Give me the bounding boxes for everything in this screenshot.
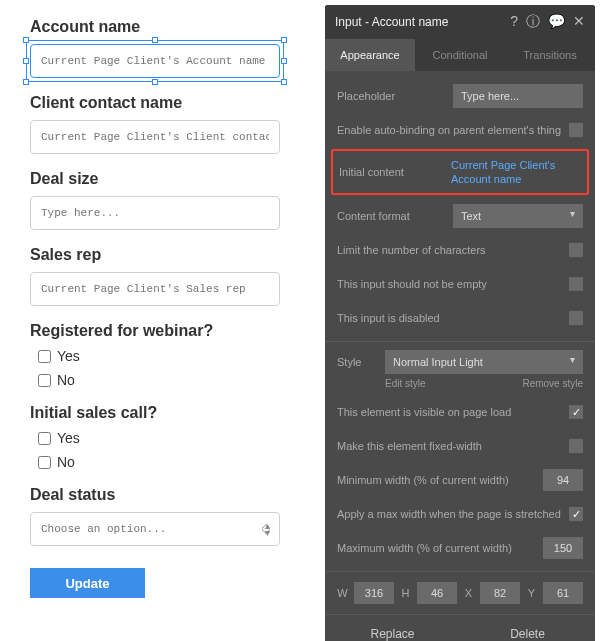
label-client-contact: Client contact name — [30, 94, 300, 112]
checkbox-fixed-width[interactable] — [569, 439, 583, 453]
prop-fixed-width: Make this element fixed-width — [337, 431, 583, 461]
select-deal-status[interactable] — [30, 512, 280, 546]
field-sales-call: Initial sales call? Yes No — [30, 404, 300, 470]
tab-appearance[interactable]: Appearance — [325, 39, 415, 71]
label-account-name: Account name — [30, 18, 300, 36]
input-max-width[interactable] — [543, 537, 583, 559]
input-sales-rep[interactable] — [30, 272, 280, 306]
field-account-name: Account name — [30, 18, 300, 78]
replace-button[interactable]: Replace — [325, 615, 460, 641]
prop-min-width: Minimum width (% of current width) — [337, 465, 583, 495]
label-deal-status: Deal status — [30, 486, 300, 504]
panel-title: Input - Account name — [335, 15, 448, 29]
panel-footer: Replace Delete — [325, 614, 595, 641]
input-client-contact[interactable] — [30, 120, 280, 154]
field-webinar: Registered for webinar? Yes No — [30, 322, 300, 388]
prop-max-apply: Apply a max width when the page is stret… — [337, 499, 583, 529]
checkbox-webinar-yes[interactable]: Yes — [38, 348, 300, 364]
input-h[interactable] — [417, 582, 457, 604]
input-prop-placeholder[interactable] — [453, 84, 583, 108]
prop-disabled: This input is disabled — [337, 303, 583, 333]
property-panel: Input - Account name ? ⓘ 💬 ✕ Appearance … — [325, 5, 595, 641]
checkbox-autobind[interactable] — [569, 123, 583, 137]
close-icon[interactable]: ✕ — [573, 13, 585, 31]
checkbox-call-yes[interactable]: Yes — [38, 430, 300, 446]
select-style[interactable] — [385, 350, 583, 374]
checkbox-limit-chars[interactable] — [569, 243, 583, 257]
checkbox-visible[interactable] — [569, 405, 583, 419]
prop-visible: This element is visible on page load — [337, 397, 583, 427]
link-remove-style[interactable]: Remove style — [522, 378, 583, 389]
label-sales-call: Initial sales call? — [30, 404, 300, 422]
prop-max-width: Maximum width (% of current width) — [337, 533, 583, 563]
label-deal-size: Deal size — [30, 170, 300, 188]
coords-row: W H X Y — [337, 582, 583, 604]
panel-header[interactable]: Input - Account name ? ⓘ 💬 ✕ — [325, 5, 595, 39]
input-account-name[interactable] — [30, 44, 280, 78]
form-builder-canvas: Account name Client contact name Deal si… — [30, 18, 300, 598]
label-sales-rep: Sales rep — [30, 246, 300, 264]
prop-initial-content-highlighted: Initial content Current Page Client's Ac… — [331, 149, 589, 195]
checkbox-not-empty[interactable] — [569, 277, 583, 291]
checkbox-max-apply[interactable] — [569, 507, 583, 521]
select-content-format[interactable] — [453, 204, 583, 228]
update-button[interactable]: Update — [30, 568, 145, 598]
prop-not-empty: This input should not be empty — [337, 269, 583, 299]
delete-button[interactable]: Delete — [460, 615, 595, 641]
input-x[interactable] — [480, 582, 520, 604]
checkbox-webinar-no[interactable]: No — [38, 372, 300, 388]
prop-autobind: Enable auto-binding on parent element's … — [337, 115, 583, 145]
link-initial-content[interactable]: Current Page Client's Account name — [451, 158, 581, 187]
tab-transitions[interactable]: Transitions — [505, 39, 595, 71]
input-min-width[interactable] — [543, 469, 583, 491]
prop-limit-chars: Limit the number of characters — [337, 235, 583, 265]
input-y[interactable] — [543, 582, 583, 604]
label-webinar: Registered for webinar? — [30, 322, 300, 340]
prop-style: Style — [337, 350, 583, 374]
prop-content-format: Content format — [337, 201, 583, 231]
tab-conditional[interactable]: Conditional — [415, 39, 505, 71]
info-icon[interactable]: ⓘ — [526, 13, 540, 31]
checkbox-disabled[interactable] — [569, 311, 583, 325]
panel-tabs: Appearance Conditional Transitions — [325, 39, 595, 71]
input-deal-size[interactable] — [30, 196, 280, 230]
help-icon[interactable]: ? — [510, 13, 518, 31]
link-edit-style[interactable]: Edit style — [385, 378, 426, 389]
field-deal-status: Deal status ▴▾ — [30, 486, 300, 546]
input-w[interactable] — [354, 582, 394, 604]
comment-icon[interactable]: 💬 — [548, 13, 565, 31]
prop-placeholder: Placeholder — [337, 81, 583, 111]
field-sales-rep: Sales rep — [30, 246, 300, 306]
field-deal-size: Deal size — [30, 170, 300, 230]
field-client-contact: Client contact name — [30, 94, 300, 154]
checkbox-call-no[interactable]: No — [38, 454, 300, 470]
